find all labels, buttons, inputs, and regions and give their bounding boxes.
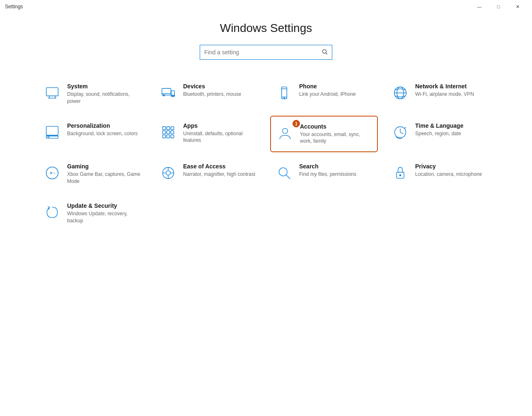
setting-text-phone: PhoneLink your Android, iPhone — [299, 83, 374, 98]
title-bar: Settings — □ ✕ — [0, 0, 532, 13]
setting-item-gaming[interactable]: GamingXbox Game Bar, captures, Game Mode — [38, 156, 146, 192]
svg-point-42 — [166, 171, 171, 175]
setting-title-devices: Devices — [183, 83, 258, 90]
setting-desc-search: Find my files, permissions — [299, 171, 374, 178]
setting-text-search: SearchFind my files, permissions — [299, 163, 374, 178]
search-bar-wrapper — [25, 45, 507, 60]
svg-rect-24 — [171, 127, 174, 129]
setting-desc-phone: Link your Android, iPhone — [299, 91, 374, 98]
setting-title-network: Network & Internet — [415, 83, 490, 90]
personalization-icon — [42, 122, 62, 142]
setting-item-update[interactable]: Update & SecurityWindows Update, recover… — [38, 196, 146, 231]
setting-text-privacy: PrivacyLocation, camera, microphone — [415, 163, 490, 178]
svg-rect-2 — [46, 88, 58, 96]
svg-line-4 — [55, 96, 56, 98]
app-title: Settings — [5, 4, 23, 10]
setting-desc-time: Speech, region, date — [415, 130, 490, 137]
svg-rect-30 — [171, 135, 174, 138]
setting-item-system[interactable]: SystemDisplay, sound, notifications, pow… — [38, 76, 146, 112]
setting-text-devices: DevicesBluetooth, printers, mouse — [183, 83, 258, 98]
svg-line-34 — [400, 132, 403, 134]
accounts-icon — [275, 123, 295, 143]
setting-desc-accounts: Your accounts, email, sync, work, family — [300, 131, 373, 145]
setting-item-search[interactable]: SearchFind my files, permissions — [270, 156, 378, 192]
svg-rect-23 — [167, 127, 169, 129]
page-title: Windows Settings — [25, 22, 507, 35]
svg-point-50 — [399, 174, 401, 176]
main-content: Windows Settings SystemDisplay, sound, n… — [0, 13, 532, 239]
notification-badge: 1 — [293, 120, 300, 127]
svg-rect-27 — [171, 131, 174, 134]
privacy-icon — [390, 163, 410, 183]
setting-desc-update: Windows Update, recovery, backup — [67, 210, 142, 224]
svg-point-31 — [283, 128, 288, 134]
setting-item-phone[interactable]: PhoneLink your Android, iPhone — [270, 76, 378, 112]
setting-desc-devices: Bluetooth, printers, mouse — [183, 91, 258, 98]
setting-item-network[interactable]: Network & InternetWi-Fi, airplane mode, … — [386, 76, 494, 112]
setting-text-accounts: AccountsYour accounts, email, sync, work… — [300, 123, 373, 145]
setting-text-system: SystemDisplay, sound, notifications, pow… — [67, 83, 142, 105]
svg-rect-6 — [162, 88, 171, 95]
svg-point-47 — [279, 168, 287, 176]
setting-item-devices[interactable]: DevicesBluetooth, printers, mouse — [154, 76, 262, 112]
svg-line-1 — [326, 53, 328, 54]
monitor-icon — [42, 83, 62, 103]
setting-item-apps[interactable]: AppsUninstall, defaults, optional featur… — [154, 116, 262, 153]
ease-icon — [158, 163, 178, 183]
setting-text-apps: AppsUninstall, defaults, optional featur… — [183, 122, 258, 144]
setting-text-update: Update & SecurityWindows Update, recover… — [67, 202, 142, 224]
setting-text-gaming: GamingXbox Game Bar, captures, Game Mode — [67, 163, 142, 185]
svg-rect-18 — [46, 126, 58, 135]
setting-text-time: Time & LanguageSpeech, region, date — [415, 122, 490, 137]
phone-icon — [274, 83, 294, 103]
svg-rect-26 — [167, 131, 169, 134]
setting-title-search: Search — [299, 163, 374, 170]
setting-text-personalization: PersonalizationBackground, lock screen, … — [67, 122, 142, 137]
search-icon — [322, 49, 328, 56]
svg-rect-28 — [163, 135, 166, 138]
setting-title-update: Update & Security — [67, 202, 142, 209]
setting-title-privacy: Privacy — [415, 163, 490, 170]
svg-point-39 — [53, 172, 54, 173]
setting-item-personalization[interactable]: PersonalizationBackground, lock screen, … — [38, 116, 146, 153]
setting-title-personalization: Personalization — [67, 122, 142, 129]
setting-desc-gaming: Xbox Game Bar, captures, Game Mode — [67, 171, 142, 185]
search-input[interactable] — [204, 49, 322, 56]
update-icon — [42, 202, 62, 222]
svg-rect-21 — [47, 136, 49, 137]
setting-item-ease[interactable]: Ease of AccessNarrator, magnifier, high … — [154, 156, 262, 192]
setting-title-time: Time & Language — [415, 122, 490, 129]
svg-rect-25 — [163, 131, 166, 134]
setting-title-accounts: Accounts — [300, 123, 373, 130]
gaming-icon — [42, 163, 62, 183]
setting-item-accounts[interactable]: 1AccountsYour accounts, email, sync, wor… — [270, 116, 378, 153]
search-icon — [274, 163, 294, 183]
setting-desc-system: Display, sound, notifications, power — [67, 91, 142, 105]
setting-title-gaming: Gaming — [67, 163, 142, 170]
setting-item-privacy[interactable]: PrivacyLocation, camera, microphone — [386, 156, 494, 192]
window-controls: — □ ✕ — [470, 0, 527, 13]
setting-desc-privacy: Location, camera, microphone — [415, 171, 490, 178]
setting-text-ease: Ease of AccessNarrator, magnifier, high … — [183, 163, 258, 178]
setting-item-time[interactable]: Time & LanguageSpeech, region, date — [386, 116, 494, 153]
svg-rect-22 — [163, 127, 166, 129]
svg-rect-10 — [172, 95, 174, 95]
setting-title-phone: Phone — [299, 83, 374, 90]
time-icon — [390, 122, 410, 142]
svg-point-14 — [284, 98, 285, 99]
settings-grid: SystemDisplay, sound, notifications, pow… — [38, 76, 494, 231]
setting-title-ease: Ease of Access — [183, 163, 258, 170]
setting-desc-network: Wi-Fi, airplane mode, VPN — [415, 91, 490, 98]
svg-point-40 — [54, 173, 55, 174]
svg-line-48 — [286, 175, 290, 179]
maximize-button[interactable]: □ — [489, 0, 508, 13]
apps-icon — [158, 122, 178, 142]
devices-icon — [158, 83, 178, 103]
minimize-button[interactable]: — — [470, 0, 489, 13]
setting-desc-ease: Narrator, magnifier, high contrast — [183, 171, 258, 178]
setting-title-apps: Apps — [183, 122, 258, 129]
svg-point-0 — [323, 49, 326, 53]
setting-title-system: System — [67, 83, 142, 90]
close-button[interactable]: ✕ — [508, 0, 527, 13]
svg-line-3 — [49, 96, 50, 98]
